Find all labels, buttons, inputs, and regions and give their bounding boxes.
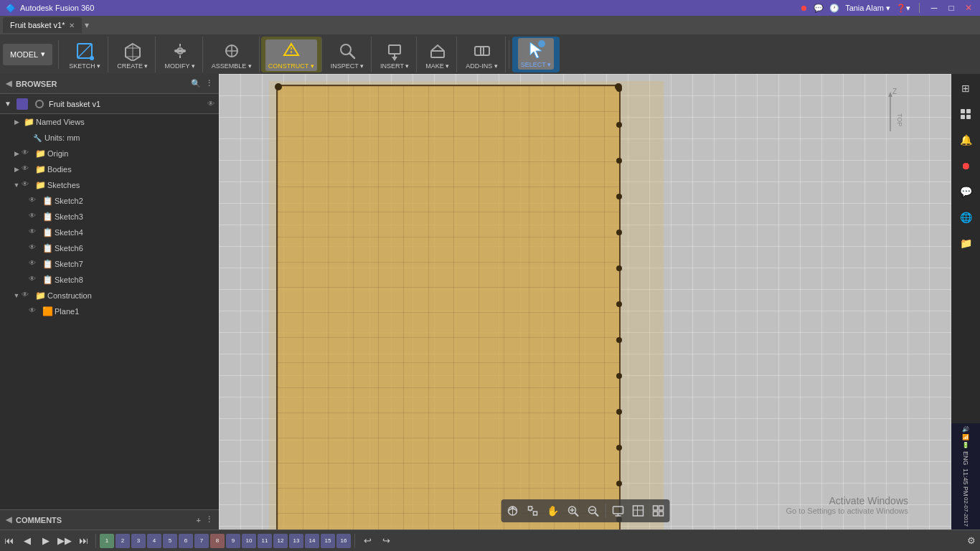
undo-button[interactable]: ↩ bbox=[359, 532, 376, 550]
sketch3-eye[interactable]: 👁 bbox=[29, 212, 39, 222]
sketches-expand[interactable]: ▼ bbox=[11, 180, 22, 190]
origin-eye[interactable]: 👁 bbox=[22, 149, 32, 159]
tree-root-item[interactable]: ▼ Fruit basket v1 👁 bbox=[0, 94, 219, 114]
zoom-fit-tool[interactable] bbox=[583, 501, 602, 520]
create-group[interactable]: CREATE ▾ bbox=[110, 37, 156, 72]
comments-more-icon[interactable]: ⋮ bbox=[205, 515, 213, 524]
timeline-item-16[interactable]: 16 bbox=[336, 534, 351, 548]
sketch-rectangle[interactable] bbox=[276, 85, 621, 529]
tree-item-plane1[interactable]: 👁 🟧 Plane1 bbox=[0, 303, 219, 319]
timeline-last-button[interactable]: ⏭ bbox=[75, 532, 92, 550]
tree-item-named-views[interactable]: ▶ 📁 Named Views bbox=[0, 114, 219, 130]
select-btn[interactable]: SELECT ▾ bbox=[518, 38, 554, 70]
tree-item-sketch7[interactable]: 👁 📋 Sketch7 bbox=[0, 256, 219, 272]
record-icon[interactable]: ⏺ bbox=[954, 154, 977, 177]
close-button[interactable]: ✕ bbox=[963, 2, 974, 14]
snap-settings-tool[interactable] bbox=[649, 501, 667, 520]
network-icon[interactable]: 📶 bbox=[962, 434, 969, 441]
tree-item-sketch6[interactable]: 👁 📋 Sketch6 bbox=[0, 240, 219, 256]
task-view-icon[interactable] bbox=[954, 103, 977, 126]
modify-group[interactable]: MODIFY ▾ bbox=[157, 37, 202, 72]
tree-item-bodies[interactable]: ▶ 👁 📁 Bodies bbox=[0, 161, 219, 177]
timeline-item-10[interactable]: 10 bbox=[242, 534, 256, 548]
timeline-item-5[interactable]: 5 bbox=[163, 534, 177, 548]
tree-item-origin[interactable]: ▶ 👁 📁 Origin bbox=[0, 146, 219, 161]
timeline-item-1[interactable]: 1 bbox=[100, 534, 114, 548]
tree-item-sketches[interactable]: ▼ 👁 📁 Sketches bbox=[0, 177, 219, 193]
assemble-btn[interactable]: ASSEMBLE ▾ bbox=[209, 39, 255, 71]
bodies-eye[interactable]: 👁 bbox=[22, 164, 32, 174]
comments-expand-icon[interactable]: ◀ bbox=[6, 515, 11, 524]
timeline-item-4[interactable]: 4 bbox=[147, 534, 161, 548]
sketches-eye[interactable]: 👁 bbox=[22, 180, 32, 190]
modify-btn[interactable]: MODIFY ▾ bbox=[161, 39, 197, 71]
redo-button[interactable]: ↪ bbox=[377, 532, 395, 550]
make-btn[interactable]: MAKE ▾ bbox=[423, 39, 452, 71]
tree-item-sketch2[interactable]: 👁 📋 Sketch2 bbox=[0, 193, 219, 209]
minimize-button[interactable]: ─ bbox=[928, 2, 940, 14]
timeline-item-15[interactable]: 15 bbox=[321, 534, 335, 548]
file-explorer-icon[interactable]: 📁 bbox=[954, 232, 977, 255]
timeline-item-9[interactable]: 9 bbox=[226, 534, 240, 548]
timeline-item-12[interactable]: 12 bbox=[273, 534, 288, 548]
sketch6-eye[interactable]: 👁 bbox=[29, 243, 39, 253]
title-bar-history[interactable]: 🕐 bbox=[829, 4, 839, 13]
select-group[interactable]: SELECT ▾ bbox=[512, 37, 560, 72]
browser-more-icon[interactable]: ⋮ bbox=[205, 79, 213, 88]
windows-start-icon[interactable]: ⊞ bbox=[954, 77, 977, 100]
timeline-item-8[interactable]: 8 bbox=[210, 534, 225, 548]
timeline-first-button[interactable]: ⏮ bbox=[0, 532, 17, 550]
construct-btn[interactable]: CONSTRUCT ▾ bbox=[265, 39, 317, 71]
comments-add-icon[interactable]: + bbox=[197, 516, 201, 524]
plane1-eye[interactable]: 👁 bbox=[29, 306, 39, 316]
settings-button[interactable]: ⚙ bbox=[963, 532, 980, 550]
sketch-btn[interactable]: SKETCH ▾ bbox=[66, 39, 103, 71]
maximize-button[interactable]: □ bbox=[946, 2, 957, 14]
construction-expand[interactable]: ▼ bbox=[11, 291, 22, 301]
tree-item-construction[interactable]: ▼ 👁 📁 Construction bbox=[0, 288, 219, 303]
sketch7-eye[interactable]: 👁 bbox=[29, 259, 39, 269]
sketch2-eye[interactable]: 👁 bbox=[29, 196, 39, 206]
comments-bar[interactable]: ◀ COMMENTS + ⋮ bbox=[0, 509, 219, 529]
orbit-tool[interactable] bbox=[503, 501, 522, 520]
volume-icon[interactable]: 🔊 bbox=[962, 426, 969, 433]
timeline-item-2[interactable]: 2 bbox=[116, 534, 130, 548]
fit-tool[interactable] bbox=[523, 501, 542, 520]
tree-root-eye[interactable]: 👁 bbox=[207, 100, 215, 108]
display-settings-tool[interactable] bbox=[608, 501, 627, 520]
chat-icon[interactable]: 💬 bbox=[954, 180, 977, 203]
chrome-icon[interactable]: 🌐 bbox=[954, 206, 977, 229]
model-menu[interactable]: MODEL ▾ bbox=[3, 44, 52, 65]
construct-group[interactable]: CONSTRUCT ▾ bbox=[261, 37, 322, 72]
sketch4-eye[interactable]: 👁 bbox=[29, 227, 39, 237]
named-views-expand[interactable]: ▶ bbox=[11, 117, 22, 127]
inspect-btn[interactable]: INSPECT ▾ bbox=[328, 39, 367, 71]
origin-expand[interactable]: ▶ bbox=[11, 149, 22, 159]
tree-item-sketch3[interactable]: 👁 📋 Sketch3 bbox=[0, 209, 219, 225]
construction-eye[interactable]: 👁 bbox=[22, 291, 32, 301]
tree-item-sketch8[interactable]: 👁 📋 Sketch8 bbox=[0, 272, 219, 288]
user-menu[interactable]: Tania Alam ▾ bbox=[845, 4, 890, 13]
timeline-item-11[interactable]: 11 bbox=[258, 534, 272, 548]
bodies-expand[interactable]: ▶ bbox=[11, 164, 22, 174]
assemble-group[interactable]: ASSEMBLE ▾ bbox=[204, 37, 260, 72]
sketch-group[interactable]: SKETCH ▾ bbox=[62, 37, 108, 72]
timeline-prev-button[interactable]: ◀ bbox=[19, 532, 36, 550]
timeline-item-6[interactable]: 6 bbox=[179, 534, 193, 548]
notification-icon[interactable]: 🔔 bbox=[954, 128, 977, 151]
tree-root-expand[interactable]: ▼ bbox=[4, 100, 11, 108]
timeline-item-7[interactable]: 7 bbox=[194, 534, 209, 548]
inspect-group[interactable]: INSPECT ▾ bbox=[324, 37, 372, 72]
sketch8-eye[interactable]: 👁 bbox=[29, 275, 39, 285]
timeline-item-13[interactable]: 13 bbox=[289, 534, 303, 548]
insert-btn[interactable]: INSERT ▾ bbox=[377, 39, 412, 71]
tab-expand-icon[interactable]: ▾ bbox=[85, 20, 89, 30]
tree-item-sketch4[interactable]: 👁 📋 Sketch4 bbox=[0, 225, 219, 240]
insert-group[interactable]: INSERT ▾ bbox=[373, 37, 417, 72]
timeline-item-14[interactable]: 14 bbox=[305, 534, 319, 548]
battery-icon[interactable]: 🔋 bbox=[962, 442, 969, 448]
document-tab[interactable]: Fruit basket v1* ✕ bbox=[3, 17, 82, 33]
help-menu[interactable]: ❓▾ bbox=[896, 4, 910, 13]
title-bar-chat[interactable]: 💬 bbox=[814, 4, 824, 13]
title-bar-record[interactable]: ⏺ bbox=[800, 4, 808, 12]
